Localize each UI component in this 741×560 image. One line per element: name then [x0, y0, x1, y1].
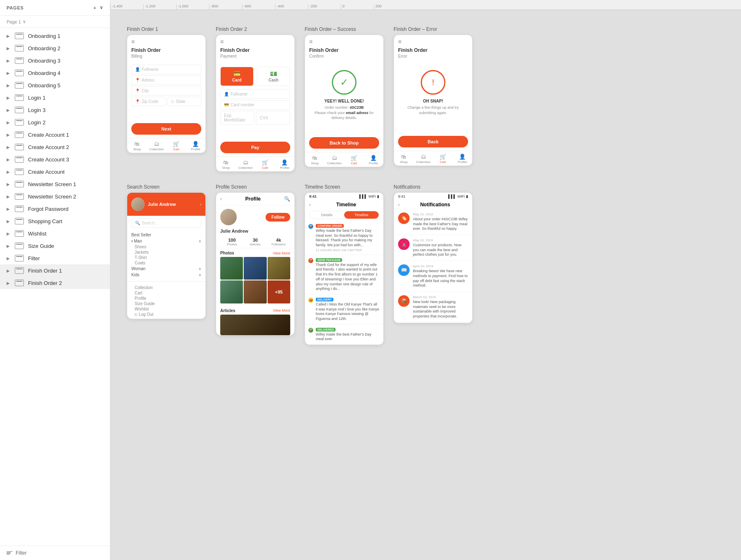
add-page-icon[interactable]: + — [93, 5, 96, 10]
nav-profile-4[interactable]: 👤Profile — [453, 154, 473, 164]
pay-cash-button[interactable]: 💵 Cash — [257, 67, 290, 86]
sidebar-footer[interactable]: Filter — [0, 546, 110, 560]
sidebar-item-forgot-password[interactable]: ▶ Forgot Password — [0, 203, 110, 215]
fo2-subtitle: Payment — [220, 54, 290, 58]
sidebar-item-onboarding-5[interactable]: ▶ Onboarding 5 — [0, 79, 110, 91]
screen-label-fo-success: Finish Order – Success — [305, 26, 384, 32]
timeline-tab-timeline[interactable]: Timeline — [344, 211, 379, 219]
fo1-fullname-field[interactable]: 👤 Fullname — [131, 65, 201, 74]
fo2-cvv-field[interactable]: CVV — [256, 111, 290, 125]
screen-group-finish-order-1: Finish Order 1 ≡ Finish Order Billing 👤 … — [127, 26, 206, 153]
nav-cart-2[interactable]: 🛒Cart — [255, 159, 275, 170]
jackets-item[interactable]: Jackets — [131, 250, 201, 255]
state-icon: ⊙ — [171, 99, 174, 104]
sidebar-item-onboarding-2[interactable]: ▶ Onboarding 2 — [0, 42, 110, 54]
profile-avatar — [220, 209, 237, 225]
profile-back-button[interactable]: ‹ — [220, 196, 222, 202]
fo-error-menu-icon: ≡ — [398, 38, 468, 45]
sidebar-item-shopping-cart[interactable]: ▶ Shopping Cart — [0, 215, 110, 227]
menu-collection[interactable]: Collection — [131, 285, 201, 290]
photo-cell-1 — [220, 257, 243, 280]
menu-logout[interactable]: ⎋Log Out — [131, 312, 201, 317]
sidebar-screen-icon-9 — [15, 144, 24, 150]
nav-shop[interactable]: 🛍Shop — [127, 141, 147, 151]
sidebar-item-newsletter-screen-2[interactable]: ▶ Newsletter Screen 2 — [0, 190, 110, 203]
nav-profile-3[interactable]: 👤Profile — [364, 155, 384, 165]
fo1-state-field[interactable]: ⊙ State — [167, 97, 201, 106]
nav-cart-3[interactable]: 🛒Cart — [344, 155, 364, 165]
sidebar-item-onboarding-3[interactable]: ▶ Onboarding 3 — [0, 54, 110, 67]
sidebar-item-create-account-2[interactable]: ▶ Create Account 2 — [0, 141, 110, 153]
back-to-shop-button[interactable]: Back to Shop — [309, 137, 379, 149]
sidebar-item-label-16: Wishlist — [28, 231, 47, 237]
collapse-icon[interactable]: ∨ — [100, 5, 103, 10]
sidebar-item-login-3[interactable]: ▶ Login 3 — [0, 104, 110, 116]
photos-section-title: Photos — [220, 251, 234, 255]
sidebar-item-create-account-1[interactable]: ▶ Create Account 1 — [0, 128, 110, 141]
timeline-tab-details[interactable]: Details — [310, 211, 344, 219]
sidebar-item-finish-order-2[interactable]: ▶ Finish Order 2 — [0, 277, 110, 289]
fo2-expiry-field[interactable]: Exp. Month/Date — [220, 111, 254, 125]
sidebar-item-size-guide[interactable]: ▶ Size Guide — [0, 240, 110, 252]
sidebar-item-filter[interactable]: ▶ Filter — [0, 252, 110, 264]
follow-button[interactable]: Follow — [266, 213, 290, 222]
pay-card-button[interactable]: 💳 Card — [220, 67, 254, 86]
articles-count: 30 — [244, 238, 267, 243]
sidebar-item-login-2[interactable]: ▶ Login 2 — [0, 116, 110, 128]
kids-category[interactable]: Kids ∨ — [131, 272, 201, 278]
sidebar-arrow-7: ▶ — [7, 120, 10, 125]
nav-collection-4[interactable]: 🗂Collection — [414, 154, 433, 164]
nav-cart[interactable]: 🛒Cart — [166, 141, 186, 151]
best-seller-category[interactable]: Best Seller — [131, 232, 201, 238]
screen-row-1: Finish Order 1 ≡ Finish Order Billing 👤 … — [127, 26, 725, 172]
photo-grid: +95 — [216, 257, 294, 303]
timeline-back-button[interactable]: ‹ — [309, 202, 311, 208]
notif-status-icons: ▌▌▌ WiFi ▮ — [448, 194, 468, 198]
fo1-zip-field[interactable]: 📍 Zip Code — [131, 97, 165, 106]
sidebar-item-onboarding-1[interactable]: ▶ Onboarding 1 — [0, 30, 110, 42]
ruler-tick--800: -800 — [209, 4, 242, 9]
menu-cart[interactable]: Cart — [131, 290, 201, 296]
fo2-fullname-field[interactable]: 👤 Fullname — [220, 89, 290, 99]
photos-view-more[interactable]: View More — [273, 251, 290, 255]
sidebar-item-create-account[interactable]: ▶ Create Account — [0, 166, 110, 178]
nav-profile[interactable]: 👤Profile — [186, 141, 206, 151]
menu-profile[interactable]: Profile — [131, 296, 201, 301]
sidebar-item-newsletter-screen-1[interactable]: ▶ Newsletter Screen 1 — [0, 178, 110, 190]
coats-item[interactable]: Coats — [131, 260, 201, 266]
notif-back-button[interactable]: ‹ — [398, 202, 400, 208]
tshirt-item[interactable]: T-Shirt — [131, 255, 201, 260]
menu-wishlist[interactable]: Wishlist — [131, 306, 201, 312]
sidebar-item-onboarding-4[interactable]: ▶ Onboarding 4 — [0, 67, 110, 79]
nav-collection-2[interactable]: 🗂Collection — [236, 159, 256, 170]
nav-collection[interactable]: 🗂Collection — [147, 141, 167, 151]
articles-view-more[interactable]: View More — [273, 308, 290, 313]
woman-category[interactable]: Woman ∨ — [131, 266, 201, 272]
notif-item-4: 📦 March 03, 2019 New look! New packaging… — [394, 292, 472, 323]
nav-shop-3[interactable]: 🛍Shop — [305, 155, 325, 165]
sidebar-item-wishlist[interactable]: ▶ Wishlist — [0, 227, 110, 240]
nav-shop-4[interactable]: 🛍Shop — [394, 154, 414, 164]
nav-profile-2[interactable]: 👤Profile — [275, 159, 295, 170]
sidebar-arrow-1: ▶ — [7, 46, 10, 51]
sidebar-item-finish-order-1[interactable]: ▶ Finish Order 1 — [0, 264, 110, 277]
man-category[interactable]: • Man ∧ — [131, 238, 201, 244]
stat-photos: 100 Photos — [220, 238, 244, 246]
nav-shop-2[interactable]: 🛍Shop — [216, 159, 236, 170]
followers-label: Followers — [267, 243, 290, 246]
sidebar-item-login-1[interactable]: ▶ Login 1 — [0, 91, 110, 104]
nav-cart-4[interactable]: 🛒Cart — [433, 154, 453, 164]
fo2-cardnum-field[interactable]: 💳 Card number — [220, 100, 290, 110]
search-input-row[interactable]: 🔍 Search... — [131, 218, 201, 228]
nav-collection-3[interactable]: 🗂Collection — [325, 155, 345, 165]
sidebar-item-create-account-3[interactable]: ▶ Create Account 3 — [0, 153, 110, 166]
fo2-pay-button[interactable]: Pay — [220, 142, 290, 153]
fo1-address-field[interactable]: 📍 Adress — [131, 75, 201, 85]
back-button[interactable]: Back — [398, 136, 468, 147]
menu-sizeguide[interactable]: Size Guide — [131, 301, 201, 306]
fo1-next-button[interactable]: Next — [131, 123, 201, 135]
shoes-item[interactable]: Shoes — [131, 244, 201, 250]
fo1-city-field[interactable]: 📍 City — [131, 86, 201, 96]
profile-search-button[interactable]: 🔍 — [284, 196, 290, 202]
page-selector[interactable]: Page 1 ∨ — [0, 16, 110, 28]
